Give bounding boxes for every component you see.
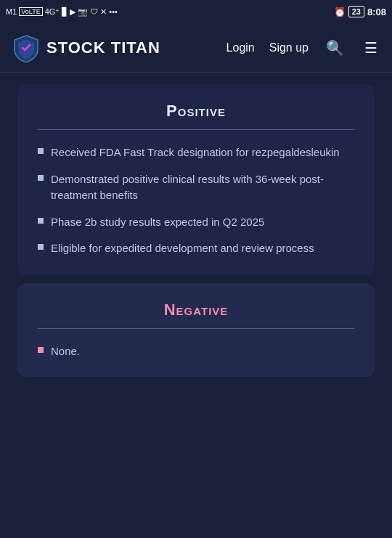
list-item: Received FDA Fast Track designation for … (38, 144, 354, 161)
status-left: M1 VoLTE 4G⁺ ▊ ▶ 📷 🛡 ✕ ••• (6, 7, 118, 17)
signup-button[interactable]: Sign up (269, 41, 309, 54)
negative-bullet-list: None. (38, 343, 354, 360)
status-carrier: M1 (6, 7, 17, 16)
status-ig-icon: 📷 (78, 7, 88, 17)
status-battery: 23 (348, 6, 364, 17)
navbar: STOCK TITAN Login Sign up 🔍 ☰ (0, 23, 392, 73)
list-item: Phase 2b study results expected in Q2 20… (38, 214, 354, 231)
status-alarm-icon: ⏰ (334, 7, 346, 17)
negative-card: Negative None. (17, 283, 375, 378)
positive-card-title: Positive (38, 102, 354, 121)
menu-button[interactable]: ☰ (362, 39, 380, 57)
main-content: Positive Received FDA Fast Track designa… (0, 73, 392, 388)
list-item: None. (38, 343, 354, 360)
bullet-icon (38, 148, 44, 154)
status-trust-icon: 🛡 (90, 7, 98, 16)
status-right: ⏰ 23 8:08 (334, 6, 386, 17)
bullet-icon (38, 347, 44, 353)
logo-shield-icon (12, 33, 41, 62)
bullet-icon (38, 175, 44, 181)
logo-text: STOCK TITAN (46, 38, 160, 57)
list-item: Demonstrated positive clinical results w… (38, 171, 354, 204)
bullet-icon (38, 218, 44, 224)
status-bar: M1 VoLTE 4G⁺ ▊ ▶ 📷 🛡 ✕ ••• ⏰ 23 8:08 (0, 0, 392, 23)
list-item: Eligible for expedited development and r… (38, 240, 354, 257)
positive-card: Positive Received FDA Fast Track designa… (17, 84, 375, 274)
positive-divider (38, 129, 354, 130)
negative-card-title: Negative (38, 301, 354, 319)
status-signal: 4G⁺ (45, 7, 60, 17)
nav-links: Login Sign up 🔍 ☰ (226, 39, 380, 57)
status-time: 8:08 (367, 7, 386, 17)
bullet-icon (38, 244, 44, 250)
login-button[interactable]: Login (226, 41, 255, 54)
status-yt-icon: ▶ (70, 7, 75, 17)
status-volte: VoLTE (19, 7, 42, 16)
status-more: ••• (109, 7, 118, 16)
search-button[interactable]: 🔍 (323, 39, 347, 57)
status-wifi: ▊ (62, 7, 68, 17)
negative-divider (38, 328, 354, 329)
positive-bullet-list: Received FDA Fast Track designation for … (38, 144, 354, 257)
status-x-icon: ✕ (100, 7, 107, 17)
logo-container: STOCK TITAN (12, 33, 226, 62)
